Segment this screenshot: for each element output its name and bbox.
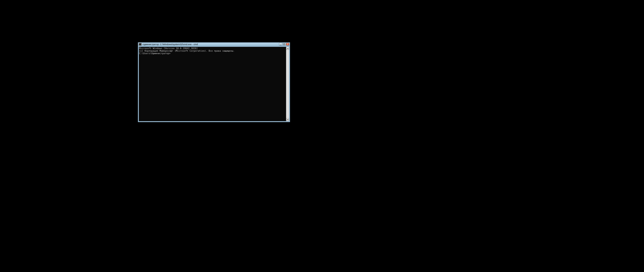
console-prompt: C:\Users\Администратор>	[139, 52, 171, 55]
minimize-button[interactable]	[279, 43, 282, 46]
window-title: Администратор: C:\Windows\system32\cmd.e…	[142, 43, 279, 46]
console-output[interactable]: Microsoft Windows [Version 10.0.19042.18…	[139, 47, 286, 121]
window-titlebar[interactable]: C:\ Администратор: C:\Windows\system32\c…	[138, 43, 290, 46]
chevron-down-icon	[287, 119, 289, 120]
chevron-up-icon	[287, 48, 289, 49]
vertical-scrollbar[interactable]	[286, 47, 289, 121]
window-controls	[279, 43, 289, 46]
window-client-area: Microsoft Windows [Version 10.0.19042.18…	[138, 46, 290, 122]
console-area: Microsoft Windows [Version 10.0.19042.18…	[139, 47, 289, 121]
minimize-icon	[280, 45, 281, 45]
maximize-icon	[283, 44, 285, 45]
close-button[interactable]	[286, 43, 289, 46]
close-icon	[287, 43, 289, 45]
scroll-down-button[interactable]	[286, 118, 289, 121]
console-line-version: Microsoft Windows [Version 10.0.19042.18…	[139, 47, 286, 50]
console-line-copyright: (c) Корпорация Майкрософт (Microsoft Cor…	[139, 50, 286, 52]
console-prompt-line: C:\Users\Администратор>	[139, 52, 286, 55]
scroll-track[interactable]	[286, 50, 289, 118]
maximize-button[interactable]	[283, 43, 286, 46]
scroll-up-button[interactable]	[286, 47, 289, 50]
cmd-window: C:\ Администратор: C:\Windows\system32\c…	[138, 42, 290, 122]
cmd-icon: C:\	[139, 43, 142, 46]
